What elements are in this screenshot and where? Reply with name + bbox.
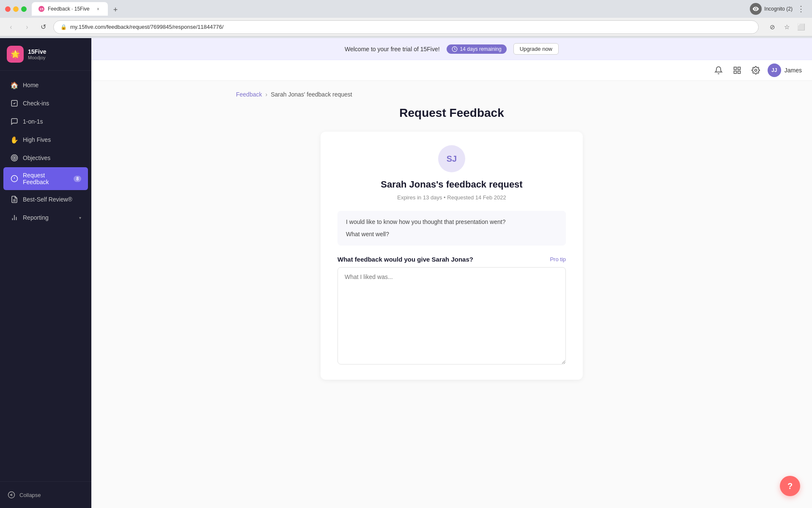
trial-days-text: 14 days remaining [460, 46, 502, 52]
svg-rect-14 [738, 71, 740, 74]
notifications-btn[interactable] [712, 64, 725, 77]
active-tab[interactable]: 15 Feedback · 15Five × [32, 2, 108, 16]
app-name: 15Five [28, 48, 47, 55]
bookmark-icon[interactable]: ☆ [781, 21, 793, 33]
feedback-request-title: Sarah Jonas's feedback request [337, 179, 566, 190]
objectives-icon [10, 154, 19, 162]
sidebar-item-high-fives[interactable]: ✋ High Fives [3, 131, 88, 149]
grid-icon [733, 66, 741, 75]
forward-btn[interactable]: › [21, 21, 33, 33]
settings-gear-icon [752, 66, 760, 75]
sidebar-item-check-ins-label: Check-ins [23, 100, 49, 107]
1on1s-icon [10, 117, 19, 126]
app-container: 🌟 15Five Moodjoy 🏠 Home Check-ins [0, 38, 812, 508]
collapse-btn[interactable]: Collapse [3, 487, 88, 503]
app-subtitle: Moodjoy [28, 55, 47, 60]
best-self-review-icon [10, 195, 19, 204]
high-fives-icon: ✋ [10, 135, 19, 144]
sidebar-item-request-feedback-label: Request Feedback [23, 172, 69, 185]
sidebar-footer: Collapse [0, 481, 91, 508]
close-window-btn[interactable] [5, 6, 11, 12]
sidebar-item-best-self-review[interactable]: Best-Self Review® [3, 190, 88, 208]
reporting-chevron-icon: ▾ [79, 215, 81, 220]
nav-bar: ‹ › ↺ 🔒 my.15five.com/feedback/request/7… [0, 18, 812, 36]
sidebar-item-objectives-label: Objectives [23, 155, 50, 161]
questions-area: I would like to know how you thought tha… [337, 211, 566, 246]
user-name: James [785, 67, 802, 74]
question-1: I would like to know how you thought tha… [346, 218, 557, 226]
back-btn[interactable]: ‹ [5, 21, 17, 33]
feedback-section-header: What feedback would you give Sarah Jonas… [337, 256, 566, 263]
svg-rect-13 [734, 71, 736, 74]
requester-avatar: SJ [438, 145, 465, 172]
extension-icon[interactable]: ⬜ [795, 21, 807, 33]
breadcrumb-feedback-link[interactable]: Feedback [236, 91, 262, 98]
avatar: JJ [768, 64, 781, 77]
feedback-question-label: What feedback would you give Sarah Jonas… [337, 256, 473, 263]
pro-tip-link[interactable]: Pro tip [550, 256, 566, 262]
sidebar-item-request-feedback[interactable]: Request Feedback 8 [3, 167, 88, 190]
feedback-textarea[interactable] [337, 267, 566, 364]
requested-date: Requested 14 Feb 2022 [447, 194, 506, 201]
home-icon: 🏠 [10, 81, 19, 89]
upgrade-now-btn[interactable]: Upgrade now [513, 43, 559, 55]
sidebar: 🌟 15Five Moodjoy 🏠 Home Check-ins [0, 38, 91, 508]
sidebar-item-reporting-label: Reporting [23, 214, 49, 221]
help-btn[interactable]: ? [780, 476, 800, 496]
svg-rect-11 [734, 67, 736, 70]
request-feedback-badge: 8 [74, 176, 81, 182]
sidebar-nav: 🏠 Home Check-ins 1-on-1s ✋ High Fives [0, 71, 91, 481]
maximize-window-btn[interactable] [21, 6, 27, 12]
sidebar-item-1on1s-label: 1-on-1s [23, 118, 43, 125]
svg-point-3 [14, 157, 15, 159]
title-bar: 15 Feedback · 15Five × + Incognito (2) ⋮ [0, 0, 812, 18]
check-ins-icon [10, 99, 19, 108]
collapse-label: Collapse [19, 492, 41, 498]
tab-close-btn[interactable]: × [95, 6, 101, 12]
screen-reader-icon[interactable]: ⊘ [766, 21, 778, 33]
user-profile[interactable]: JJ James [768, 64, 802, 77]
url-bar[interactable]: 🔒 my.15five.com/feedback/request/7699845… [53, 20, 759, 34]
svg-point-15 [754, 69, 757, 72]
trial-banner: Welcome to your free trial of 15Five! 14… [91, 38, 812, 60]
reload-btn[interactable]: ↺ [37, 21, 49, 33]
sidebar-item-check-ins[interactable]: Check-ins [3, 94, 88, 112]
svg-point-2 [13, 156, 16, 160]
top-header: JJ James [91, 60, 812, 81]
reporting-icon [10, 213, 19, 222]
feedback-meta: Expires in 13 days • Requested 14 Feb 20… [337, 194, 566, 201]
help-icon: ? [787, 481, 793, 491]
tab-bar: 15 Feedback · 15Five × + [32, 2, 746, 16]
sidebar-item-home[interactable]: 🏠 Home [3, 76, 88, 94]
new-tab-btn[interactable]: + [110, 4, 121, 16]
tab-title: Feedback · 15Five [48, 6, 90, 12]
trial-message: Welcome to your free trial of 15Five! [345, 46, 440, 52]
sidebar-item-reporting[interactable]: Reporting ▾ [3, 209, 88, 226]
breadcrumb-current: Sarah Jonas' feedback request [271, 91, 352, 98]
svg-rect-12 [738, 67, 740, 70]
main-content: Welcome to your free trial of 15Five! 14… [91, 38, 812, 508]
question-2: What went well? [346, 230, 557, 239]
trial-days-badge: 14 days remaining [447, 44, 507, 54]
traffic-lights [5, 6, 27, 12]
collapse-icon [8, 491, 15, 499]
sidebar-item-best-self-review-label: Best-Self Review® [23, 196, 72, 203]
page-title: Request Feedback [236, 106, 667, 120]
breadcrumb-separator: › [265, 91, 267, 98]
sidebar-item-1on1s[interactable]: 1-on-1s [3, 113, 88, 130]
page-content: Feedback › Sarah Jonas' feedback request… [219, 81, 684, 508]
minimize-window-btn[interactable] [13, 6, 19, 12]
request-feedback-icon [10, 174, 19, 183]
bell-icon [714, 66, 723, 75]
tab-favicon: 15 [38, 6, 44, 12]
logo-icon: 🌟 [7, 46, 24, 63]
breadcrumb: Feedback › Sarah Jonas' feedback request [236, 91, 667, 98]
requester-avatar-area: SJ [337, 145, 566, 172]
sidebar-item-objectives[interactable]: Objectives [3, 149, 88, 167]
browser-menu-btn[interactable]: ⋮ [795, 3, 807, 15]
grid-view-btn[interactable] [730, 64, 744, 77]
sidebar-item-home-label: Home [23, 82, 38, 88]
browser-nav-icons: ⊘ ☆ ⬜ [766, 21, 807, 33]
settings-btn[interactable] [749, 64, 763, 77]
sidebar-logo: 🌟 15Five Moodjoy [0, 38, 91, 71]
